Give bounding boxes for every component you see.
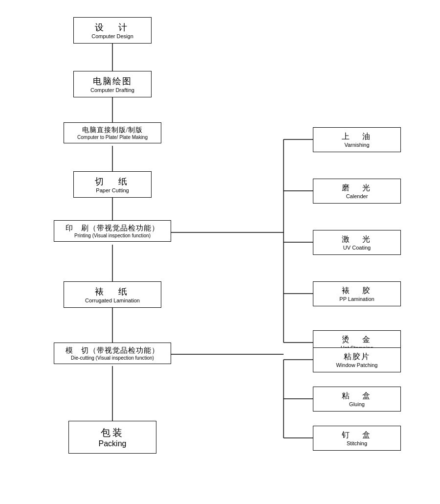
node-cn: 模 切（带视觉品检功能） xyxy=(58,346,167,355)
node-uv-coating: 激 光 UV Coating xyxy=(313,230,401,255)
node-en: Gluing xyxy=(318,401,396,407)
node-varnishing: 上 油 Varnishing xyxy=(313,127,401,152)
node-en: Window Patching xyxy=(318,362,396,368)
node-pp-lamination: 裱 胶 PP Lamination xyxy=(313,281,401,306)
node-en: Calender xyxy=(318,193,396,199)
diagram-wrapper: 设 计 Computer Design 电脑绘图 Computer Drafti… xyxy=(10,10,430,499)
node-printing: 印 刷（带视觉品检功能） Printing (Visual inspection… xyxy=(54,220,171,242)
node-cn: 电脑绘图 xyxy=(79,75,146,87)
node-calender: 磨 光 Calender xyxy=(313,179,401,204)
node-cn: 烫 金 xyxy=(318,335,396,345)
node-cn: 上 油 xyxy=(318,132,396,142)
node-en: UV Coating xyxy=(318,245,396,251)
node-en: Computer Design xyxy=(79,33,146,39)
node-cn: 包装 xyxy=(74,426,151,439)
node-cn: 磨 光 xyxy=(318,183,396,193)
node-die-cutting: 模 切（带视觉品检功能） Die-cutting (Visual inspect… xyxy=(54,343,171,364)
node-gluing: 粘 盒 Gluing xyxy=(313,387,401,412)
node-en: Die-cutting (Visual inspection function) xyxy=(58,355,167,361)
node-en: PP Lamination xyxy=(318,296,396,302)
node-cn: 裱 纸 xyxy=(69,286,156,298)
node-cn: 电脑直接制版/制版 xyxy=(68,126,157,135)
node-plate-making: 电脑直接制版/制版 Computer to Plate/ Plate Makin… xyxy=(64,122,161,143)
node-en: Computer Drafting xyxy=(79,87,146,93)
node-window-patching: 粘胶片 Window Patching xyxy=(313,347,401,372)
node-paper-cutting: 切 纸 Paper Cutting xyxy=(73,171,152,198)
node-cn: 设 计 xyxy=(79,22,146,33)
node-cn: 裱 胶 xyxy=(318,286,396,296)
node-en: Computer to Plate/ Plate Making xyxy=(68,135,157,140)
node-en: Stitching xyxy=(318,440,396,446)
node-corrugated-lamination: 裱 纸 Corrugated Lamination xyxy=(64,281,161,308)
node-cn: 钉 盒 xyxy=(318,430,396,440)
node-cn: 激 光 xyxy=(318,234,396,245)
node-en: Packing xyxy=(74,439,151,448)
node-stitching: 钉 盒 Stitching xyxy=(313,426,401,451)
node-cn: 切 纸 xyxy=(79,176,146,187)
node-cn: 粘胶片 xyxy=(318,352,396,362)
node-computer-drafting: 电脑绘图 Computer Drafting xyxy=(73,71,152,97)
node-en: Corrugated Lamination xyxy=(69,298,156,303)
node-cn: 印 刷（带视觉品检功能） xyxy=(58,224,167,233)
node-computer-design: 设 计 Computer Design xyxy=(73,17,152,44)
node-cn: 粘 盒 xyxy=(318,391,396,401)
node-en: Printing (Visual inspection function) xyxy=(58,233,167,238)
node-en: Varnishing xyxy=(318,142,396,148)
node-en: Paper Cutting xyxy=(79,187,146,193)
node-packing: 包装 Packing xyxy=(68,421,156,454)
